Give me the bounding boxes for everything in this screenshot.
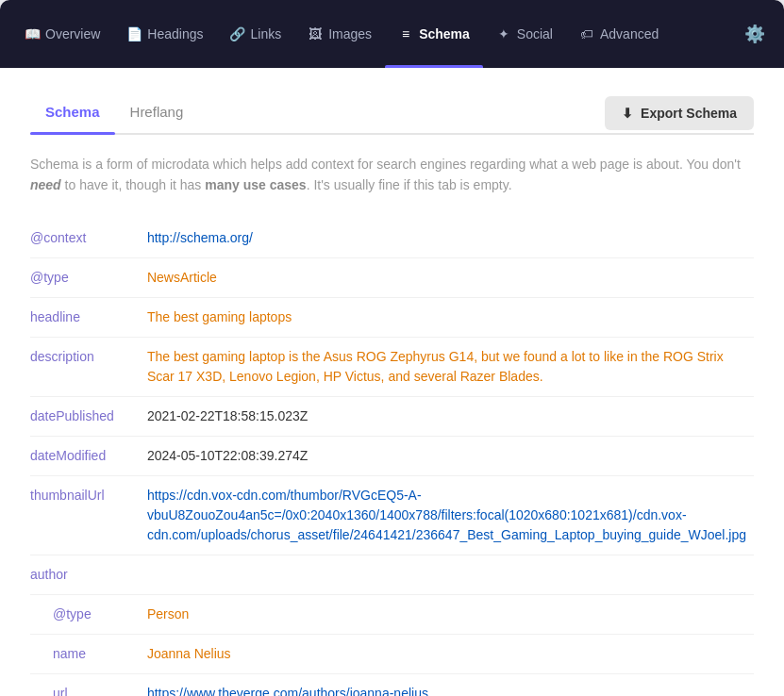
schema-key: @context	[30, 219, 140, 258]
table-row: author	[30, 555, 754, 594]
table-row: headline The best gaming laptops	[30, 297, 754, 337]
export-icon: ⬇	[622, 106, 633, 121]
overview-icon: 📖	[25, 26, 40, 41]
nav-label-schema: Schema	[419, 26, 470, 41]
nav-label-headings: Headings	[147, 26, 203, 41]
nav-label-links: Links	[251, 26, 282, 41]
tabs-row: Schema Hreflang ⬇ Export Schema	[30, 94, 754, 135]
top-navigation: 📖 Overview 📄 Headings 🔗 Links 🖼 Images ≡…	[0, 0, 784, 68]
nav-label-overview: Overview	[45, 26, 100, 41]
schema-value	[140, 555, 754, 594]
schema-value: Joanna Nelius	[140, 634, 754, 673]
table-row: @type Person	[30, 594, 754, 634]
table-row: thumbnailUrl https://cdn.vox-cdn.com/thu…	[30, 475, 754, 555]
tab-hreflang[interactable]: Hreflang	[115, 94, 199, 133]
table-row: @context http://schema.org/	[30, 219, 754, 258]
schema-key: dateModified	[30, 436, 140, 475]
links-icon: 🔗	[230, 26, 245, 41]
nav-item-social[interactable]: ✦ Social	[483, 0, 566, 68]
schema-value: The best gaming laptops	[140, 297, 754, 337]
table-row: @type NewsArticle	[30, 257, 754, 297]
table-row: datePublished 2021-02-22T18:58:15.023Z	[30, 396, 754, 436]
schema-key: datePublished	[30, 396, 140, 436]
nav-item-overview[interactable]: 📖 Overview	[11, 0, 113, 68]
export-schema-button[interactable]: ⬇ Export Schema	[605, 96, 754, 130]
nav-label-advanced: Advanced	[600, 26, 659, 41]
tabs-left: Schema Hreflang	[30, 94, 198, 133]
tab-schema[interactable]: Schema	[30, 94, 115, 133]
schema-key: thumbnailUrl	[30, 475, 140, 555]
schema-key: @type	[30, 594, 140, 634]
schema-value: NewsArticle	[140, 257, 754, 297]
schema-value: 2021-02-22T18:58:15.023Z	[140, 396, 754, 436]
schema-key: @type	[30, 257, 140, 297]
schema-key: url	[30, 673, 140, 696]
schema-value: https://www.theverge.com/authors/joanna-…	[140, 673, 754, 696]
social-icon: ✦	[496, 26, 511, 41]
main-content: Schema Hreflang ⬇ Export Schema Schema i…	[0, 68, 784, 696]
table-row: url https://www.theverge.com/authors/joa…	[30, 673, 754, 696]
advanced-icon: 🏷	[579, 26, 594, 41]
table-row: dateModified 2024-05-10T22:08:39.274Z	[30, 436, 754, 475]
nav-label-social: Social	[517, 26, 553, 41]
nav-item-images[interactable]: 🖼 Images	[294, 0, 385, 68]
settings-icon[interactable]: ⚙️	[737, 16, 773, 52]
schema-value: https://cdn.vox-cdn.com/thumbor/RVGcEQ5-…	[140, 475, 754, 555]
schema-key: name	[30, 634, 140, 673]
schema-key: description	[30, 337, 140, 396]
schema-key: author	[30, 555, 140, 594]
schema-description: Schema is a form of microdata which help…	[30, 154, 754, 196]
table-row: description The best gaming laptop is th…	[30, 337, 754, 396]
nav-label-images: Images	[328, 26, 372, 41]
nav-item-advanced[interactable]: 🏷 Advanced	[566, 0, 672, 68]
nav-item-schema[interactable]: ≡ Schema	[385, 0, 483, 68]
table-row: name Joanna Nelius	[30, 634, 754, 673]
schema-table: @context http://schema.org/ @type NewsAr…	[30, 219, 754, 696]
schema-key: headline	[30, 297, 140, 337]
schema-value: http://schema.org/	[140, 219, 754, 258]
images-icon: 🖼	[308, 26, 323, 41]
nav-item-headings[interactable]: 📄 Headings	[113, 0, 216, 68]
nav-item-links[interactable]: 🔗 Links	[217, 0, 295, 68]
schema-value: Person	[140, 594, 754, 634]
schema-icon: ≡	[398, 26, 413, 41]
schema-value: 2024-05-10T22:08:39.274Z	[140, 436, 754, 475]
headings-icon: 📄	[126, 26, 142, 41]
schema-value: The best gaming laptop is the Asus ROG Z…	[140, 337, 754, 396]
